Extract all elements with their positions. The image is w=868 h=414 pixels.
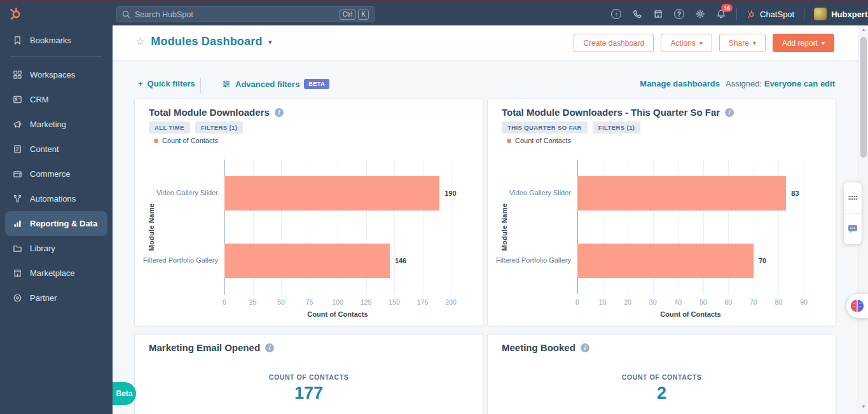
info-icon[interactable]: i xyxy=(275,108,284,117)
x-tick-label: 125 xyxy=(361,298,372,306)
advanced-filters-label: Advanced filters xyxy=(235,79,300,89)
create-dashboard-button[interactable]: Create dashboard xyxy=(574,34,654,52)
hubspot-logo-icon[interactable] xyxy=(8,6,24,24)
account-name: Hubxpert xyxy=(831,10,867,19)
bar-value-label: 70 xyxy=(759,227,766,294)
actions-button[interactable]: Actions▾ xyxy=(661,34,712,52)
chat-widget-icon[interactable] xyxy=(848,214,858,244)
report-card-meeting-booked: Meeting Booked i COUNT OF CONTACTS 2 xyxy=(487,334,836,414)
help-icon[interactable]: ? xyxy=(673,8,685,20)
sidebar-item-content[interactable]: Content xyxy=(0,137,113,162)
account-menu[interactable]: Hubxpert ▾ xyxy=(814,8,868,20)
category-label: Video Gallery Slider xyxy=(143,160,218,227)
category-labels: Video Gallery SliderFiltered Portfolio G… xyxy=(135,160,218,294)
bar-segment[interactable] xyxy=(224,244,390,278)
filter-tag[interactable]: THIS QUARTER SO FAR xyxy=(502,121,588,134)
sidebar-item-marketing[interactable]: Marketing xyxy=(0,112,113,137)
advanced-filters-button[interactable]: Advanced filters BETA xyxy=(222,79,329,89)
marketplace-icon xyxy=(13,268,22,278)
manage-dashboards-link[interactable]: Manage dashboards xyxy=(640,79,720,88)
category-labels: Video Gallery SliderFiltered Portfolio G… xyxy=(488,160,571,294)
chatspot-button[interactable]: ChatSpot xyxy=(747,10,794,19)
metric-label: COUNT OF CONTACTS xyxy=(488,373,836,381)
assigned-label: Assigned: xyxy=(726,79,762,88)
beta-badge: BETA xyxy=(304,79,329,89)
sidebar-item-partner[interactable]: Partner xyxy=(0,286,113,310)
sidebar-item-label: Workspaces xyxy=(30,70,75,79)
info-icon[interactable]: i xyxy=(725,108,734,117)
bar-segment[interactable] xyxy=(577,244,754,278)
dashboard-switcher-caret-icon[interactable]: ▾ xyxy=(268,38,272,46)
page-title[interactable]: Modules Dashboard xyxy=(151,35,262,48)
button-label: Share xyxy=(729,39,749,48)
calling-icon[interactable] xyxy=(631,8,643,20)
automations-icon xyxy=(13,194,22,204)
sidebar-item-crm[interactable]: CRM xyxy=(0,87,113,112)
dashboard-header: ☆ Modules Dashboard ▾ Create dashboard A… xyxy=(113,25,868,61)
bookmark-icon xyxy=(13,36,22,45)
legend-dot-icon xyxy=(507,139,511,143)
sidebar-item-reporting-and-data[interactable]: Reporting & Data xyxy=(5,211,107,236)
bar-segment[interactable] xyxy=(224,176,439,210)
report-title[interactable]: Total Module Downloaders - This Quarter … xyxy=(502,107,720,118)
sidebar-item-label: Partner xyxy=(30,293,57,303)
divider xyxy=(804,8,804,20)
filter-tag[interactable]: FILTERS (1) xyxy=(195,121,244,134)
filter-tag[interactable]: ALL TIME xyxy=(149,121,190,134)
upgrade-icon[interactable]: ↑ xyxy=(610,8,622,20)
x-ticks: 0102030405060708090 xyxy=(577,298,804,307)
chart-legend[interactable]: Count of Contacts xyxy=(154,137,218,144)
report-title[interactable]: Total Module Downloaders xyxy=(149,107,270,118)
bar-value-label: 190 xyxy=(444,160,456,227)
add-report-button[interactable]: Add report▾ xyxy=(773,34,834,52)
bar-segment[interactable] xyxy=(577,176,786,210)
gridline xyxy=(804,160,804,294)
drag-handle-dots-icon[interactable] xyxy=(848,183,857,213)
metric-value: 177 xyxy=(135,383,483,403)
sliders-icon xyxy=(222,79,231,88)
report-title[interactable]: Meeting Booked xyxy=(502,342,575,353)
notifications-icon[interactable]: 16 xyxy=(715,8,727,20)
settings-icon[interactable] xyxy=(694,8,706,20)
bar-value-label: 146 xyxy=(395,227,406,294)
chart-legend[interactable]: Count of Contacts xyxy=(507,137,571,144)
report-card-total-module-downloaders: Total Module Downloaders i ALL TIME FILT… xyxy=(134,99,483,326)
info-icon[interactable]: i xyxy=(581,343,589,352)
reporting-icon xyxy=(13,219,22,228)
x-tick-label: 100 xyxy=(332,298,343,306)
chevron-down-icon: ▾ xyxy=(699,39,703,46)
search-input[interactable] xyxy=(135,10,337,19)
legend-label: Count of Contacts xyxy=(162,137,218,144)
sidebar-item-bookmarks[interactable]: Bookmarks xyxy=(0,29,113,51)
content-icon xyxy=(13,144,22,154)
x-tick-label: 150 xyxy=(389,298,400,306)
sidebar-item-workspaces[interactable]: Workspaces xyxy=(0,62,113,87)
info-icon[interactable]: i xyxy=(265,343,274,352)
scroll-up-arrow-icon[interactable]: ▲ xyxy=(859,27,868,32)
scrollbar-thumb[interactable] xyxy=(860,37,867,158)
report-title[interactable]: Marketing Email Opened xyxy=(149,342,260,353)
scroll-down-arrow-icon[interactable]: ▼ xyxy=(859,404,868,410)
share-button[interactable]: Share▾ xyxy=(719,34,766,52)
filter-tag[interactable]: FILTERS (1) xyxy=(593,121,641,134)
marketplace-icon[interactable] xyxy=(652,8,664,20)
metric-value: 2 xyxy=(488,383,836,403)
search-icon xyxy=(122,10,130,18)
sidebar-item-commerce[interactable]: Commerce xyxy=(0,162,113,186)
bar-chart: Module Name Video Gallery SliderFiltered… xyxy=(135,160,483,325)
shortcut-key-ctrl: Ctrl xyxy=(340,10,356,20)
quick-filters-button[interactable]: + Quick filters xyxy=(138,79,195,88)
favorite-star-icon[interactable]: ☆ xyxy=(135,35,145,48)
beta-tag[interactable]: Beta xyxy=(113,382,136,405)
browser-extension-button[interactable] xyxy=(846,294,868,318)
sidebar-item-marketplace[interactable]: Marketplace xyxy=(0,261,113,286)
x-tick-label: 30 xyxy=(649,298,657,306)
legend-label: Count of Contacts xyxy=(515,137,571,144)
sidebar-item-label: CRM xyxy=(30,95,49,104)
assigned-value-link[interactable]: Everyone can edit xyxy=(764,79,835,88)
x-tick-label: 175 xyxy=(417,298,429,306)
global-search[interactable]: Ctrl K xyxy=(116,6,375,22)
sidebar-item-automations[interactable]: Automations xyxy=(0,186,113,211)
sidebar-item-label: Marketing xyxy=(30,120,66,129)
sidebar-item-library[interactable]: Library xyxy=(0,236,113,261)
